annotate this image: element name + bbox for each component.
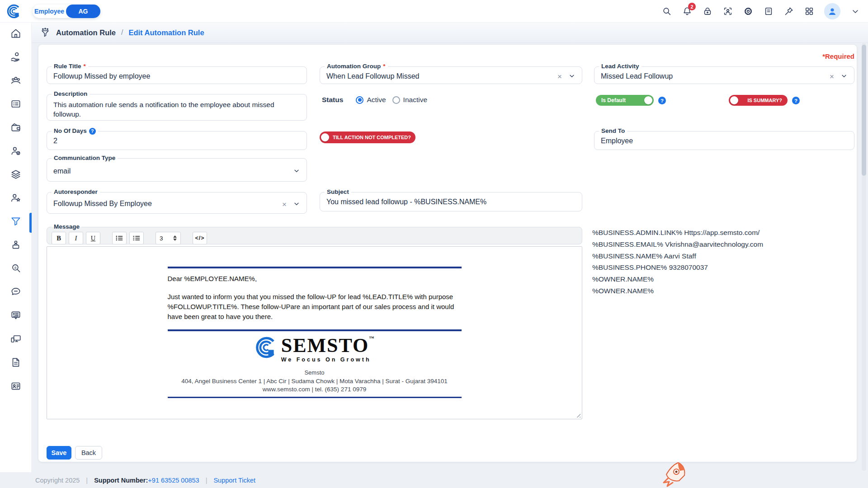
autoresponder-value[interactable]: Followup Missed By Employee [47, 196, 307, 208]
pin-icon[interactable] [783, 6, 794, 17]
toggle-employee[interactable]: Employee [33, 8, 66, 15]
send-to-value[interactable]: Employee [594, 135, 854, 145]
is-default-label: Is Default [601, 97, 626, 103]
automation-group-value[interactable]: When Lead Followup Missed [320, 70, 582, 80]
description-value[interactable]: This automation rule sends a notificatio… [47, 98, 307, 119]
sidebar-item-chat[interactable] [10, 286, 22, 298]
support-number-link[interactable]: +91 63525 00853 [148, 477, 199, 484]
placeholder-item: %BUSINESS.PHONE% 9328070037 [592, 262, 763, 273]
till-action-toggle[interactable]: TILL ACTION NOT COMPLETED? [320, 131, 415, 143]
semsto-logo-icon[interactable] [6, 4, 21, 21]
clear-icon[interactable]: × [830, 73, 834, 80]
send-to-label: Send To [601, 127, 625, 135]
bold-button[interactable]: B [52, 232, 66, 244]
avatar[interactable] [824, 3, 840, 19]
communication-type-field[interactable]: Communication Type email [47, 155, 307, 182]
automation-group-field[interactable]: Automation Group* When Lead Followup Mis… [320, 63, 582, 84]
clear-icon[interactable]: × [282, 200, 287, 208]
email-divider-mid [168, 329, 462, 331]
chevron-down-icon[interactable] [850, 6, 861, 17]
chevron-down-icon[interactable] [568, 72, 576, 81]
status-radio-active[interactable]: Active [356, 96, 386, 104]
clear-icon[interactable]: × [557, 73, 562, 80]
toggle-knob [730, 96, 738, 104]
sidebar-item-leads[interactable] [10, 192, 22, 204]
sidebar-item-devices[interactable] [10, 333, 22, 345]
email-company-name: Semsto [168, 369, 462, 376]
no-of-days-help-icon[interactable]: ? [89, 128, 96, 135]
italic-button[interactable]: I [69, 232, 83, 244]
message-editor[interactable]: Dear %EMPLOYEE.NAME%, Just wanted to inf… [47, 246, 582, 419]
no-of-days-field[interactable]: No Of Days? 2 [47, 127, 307, 150]
sidebar-item-search-tools[interactable]: 8 [10, 263, 22, 274]
code-view-button[interactable]: </> [193, 232, 207, 244]
toggle-knob [321, 133, 329, 141]
chevron-down-icon[interactable] [293, 200, 300, 209]
no-of-days-value[interactable]: 2 [47, 135, 307, 145]
message-field: Message B I U 3 </> [47, 223, 582, 244]
is-default-help-icon[interactable]: ? [658, 97, 666, 104]
rule-title-label: Rule Title [54, 63, 81, 70]
bullet-list-button[interactable] [112, 232, 127, 244]
breadcrumb-current-page[interactable]: Edit Automation Rule [128, 28, 204, 37]
underline-button[interactable]: U [86, 232, 100, 244]
sidebar-item-newsletter[interactable] [10, 310, 22, 321]
send-to-field[interactable]: Send To Employee [594, 127, 854, 150]
sidebar-item-tasks[interactable] [10, 98, 22, 110]
lead-activity-value[interactable]: Missed Lead Followup [594, 70, 854, 80]
face-scan-icon[interactable] [722, 6, 733, 17]
is-summary-toggle[interactable]: IS SUMMARY? [729, 95, 788, 106]
support-number-label: Support Number: [94, 477, 148, 484]
sidebar-item-automation[interactable] [10, 216, 22, 227]
back-button[interactable]: Back [75, 446, 102, 460]
till-action-label: TILL ACTION NOT COMPLETED? [333, 135, 411, 140]
sidebar-item-meeting[interactable] [10, 239, 22, 251]
note-icon[interactable] [763, 6, 774, 17]
communication-type-value[interactable]: email [47, 162, 307, 175]
placeholder-item: %OWNER.NAME% [592, 285, 763, 297]
sidebar-item-attendance[interactable] [10, 145, 22, 157]
breadcrumb-section[interactable]: Automation Rule [56, 28, 116, 37]
ordered-list-button[interactable] [129, 232, 144, 244]
sidebar-item-layers[interactable] [10, 169, 22, 180]
status-radio-inactive[interactable]: Inactive [392, 96, 427, 104]
apps-grid-icon[interactable] [804, 6, 815, 17]
font-size-select[interactable]: 3 [156, 232, 181, 244]
notification-badge: 2 [688, 3, 696, 10]
subject-value[interactable]: You missed lead followup - %BUSINESS.NAM… [320, 196, 582, 206]
sidebar-item-team[interactable] [10, 75, 22, 86]
copyright-text: Copyright 2025 [35, 477, 80, 484]
email-logo: SEMSTO™ We Focus On Growth [168, 336, 462, 363]
sidebar-item-wallet[interactable] [10, 122, 22, 133]
gear-icon[interactable] [743, 6, 754, 17]
rule-title-field[interactable]: Rule Title* Followup Missed by employee [47, 63, 307, 84]
bell-icon[interactable]: 2 [682, 6, 693, 17]
sidebar-item-documents[interactable] [10, 357, 22, 368]
save-button[interactable]: Save [47, 446, 71, 460]
support-ticket-link[interactable]: Support Ticket [213, 477, 255, 484]
sidebar-item-home[interactable] [10, 28, 22, 39]
lead-activity-label: Lead Activity [601, 63, 639, 70]
lead-activity-field[interactable]: Lead Activity Missed Lead Followup × [594, 63, 854, 84]
toggle-ag[interactable]: AG [66, 5, 100, 18]
editor-resize-handle[interactable] [575, 412, 580, 418]
chevron-down-icon[interactable] [840, 72, 848, 81]
description-field[interactable]: Description This automation rule sends a… [47, 90, 307, 121]
autoresponder-field[interactable]: Autoresponder Followup Missed By Employe… [47, 188, 307, 214]
message-label: Message [54, 223, 80, 230]
is-default-toggle[interactable]: Is Default [596, 95, 654, 106]
description-label: Description [54, 90, 87, 98]
is-summary-help-icon[interactable]: ? [792, 97, 800, 104]
subject-field[interactable]: Subject You missed lead followup - %BUSI… [320, 188, 582, 211]
logo-tagline: We Focus On Growth [281, 357, 375, 363]
lock-icon[interactable] [702, 6, 713, 17]
scrollbar-thumb[interactable] [862, 45, 866, 176]
required-note: *Required [822, 52, 854, 60]
chevron-down-icon[interactable] [293, 167, 300, 176]
search-icon[interactable] [661, 6, 672, 17]
email-body: Dear %EMPLOYEE.NAME%, Just wanted to inf… [168, 267, 462, 398]
sidebar-item-payroll[interactable] [10, 51, 22, 63]
workspace-toggle[interactable]: Employee AG [33, 5, 100, 18]
sidebar-item-id-cards[interactable] [10, 380, 22, 392]
rule-title-value[interactable]: Followup Missed by employee [47, 70, 307, 80]
